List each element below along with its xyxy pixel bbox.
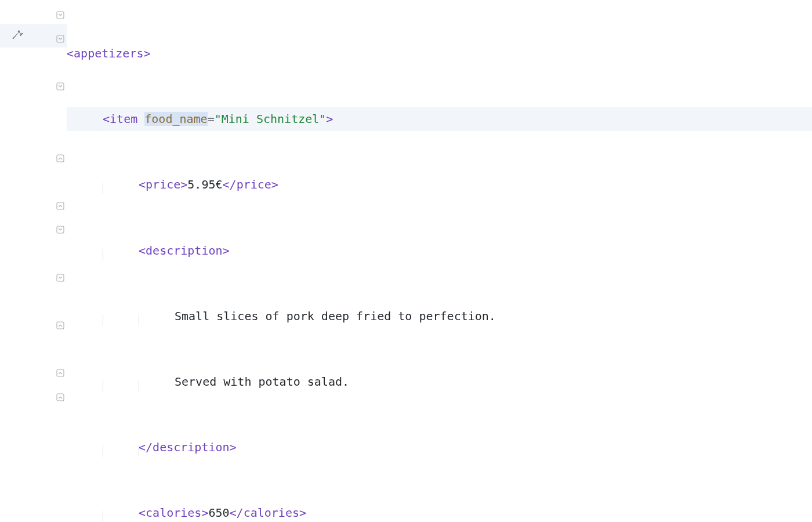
code-line[interactable]: <calories>650</calories> <box>67 501 812 522</box>
tag-name: description <box>146 244 222 258</box>
code-line[interactable]: Served with potato salad. <box>67 370 812 394</box>
fold-toggle-icon[interactable] <box>56 8 64 16</box>
text-node: Small slices of pork deep fried to perfe… <box>175 309 496 323</box>
gutter-row <box>0 335 67 358</box>
tag-name: price <box>146 177 180 191</box>
text-node: 650 <box>208 506 229 520</box>
gutter-row <box>0 143 67 167</box>
gutter-row <box>0 0 67 24</box>
gutter-row <box>0 263 67 287</box>
tag-name: item <box>110 112 137 126</box>
code-line[interactable]: <description> <box>67 239 812 263</box>
gutter-row <box>0 24 67 48</box>
svg-rect-8 <box>57 369 64 376</box>
svg-rect-0 <box>57 12 64 19</box>
tag-name: price <box>237 177 271 191</box>
gutter-row <box>0 358 67 382</box>
svg-rect-2 <box>57 83 64 90</box>
code-line[interactable]: <appetizers> <box>67 42 812 66</box>
gutter-row <box>0 96 67 119</box>
gutter-row <box>0 310 67 334</box>
fold-close-icon[interactable] <box>56 318 64 327</box>
svg-rect-1 <box>57 35 64 42</box>
code-area[interactable]: <appetizers> <item food_name="Mini Schni… <box>67 0 812 522</box>
code-line[interactable]: <item food_name="Mini Schnitzel"> <box>67 107 812 131</box>
code-editor: <appetizers> <item food_name="Mini Schni… <box>0 0 812 522</box>
text-node: Served with potato salad. <box>175 375 349 389</box>
fold-toggle-icon[interactable] <box>56 32 64 40</box>
gutter-row <box>0 215 67 239</box>
text-node: 5.95€ <box>187 177 222 191</box>
fold-toggle-icon[interactable] <box>56 223 64 231</box>
gutter-row <box>0 72 67 96</box>
fold-close-icon[interactable] <box>56 366 64 374</box>
gutter-row <box>0 48 67 71</box>
svg-rect-5 <box>57 226 64 233</box>
gutter-row <box>0 287 67 310</box>
tag-name: calories <box>146 506 201 520</box>
fold-toggle-icon[interactable] <box>56 271 64 279</box>
tag-name: description <box>153 440 229 454</box>
code-line[interactable]: </description> <box>67 436 812 459</box>
fold-close-icon[interactable] <box>56 390 64 398</box>
svg-rect-4 <box>57 202 64 209</box>
editor-gutter <box>0 0 67 522</box>
code-line[interactable]: Small slices of pork deep fried to perfe… <box>67 304 812 328</box>
tag-name: calories <box>244 506 299 520</box>
fold-close-icon[interactable] <box>56 199 64 207</box>
gutter-row <box>0 382 67 406</box>
attr-value: Mini Schnitzel <box>222 112 320 126</box>
attr-name: food_name <box>144 112 207 126</box>
svg-rect-7 <box>57 322 64 329</box>
hammer-icon[interactable] <box>12 28 24 41</box>
fold-toggle-icon[interactable] <box>56 79 64 88</box>
svg-rect-9 <box>57 394 64 401</box>
fold-close-icon[interactable] <box>56 151 64 160</box>
code-line[interactable]: <price>5.95€</price> <box>67 173 812 197</box>
gutter-row <box>0 239 67 263</box>
gutter-row <box>0 191 67 215</box>
tag-name: appetizers <box>74 46 143 60</box>
svg-rect-3 <box>57 155 64 162</box>
gutter-row <box>0 119 67 143</box>
svg-rect-6 <box>57 274 64 281</box>
gutter-row <box>0 167 67 191</box>
